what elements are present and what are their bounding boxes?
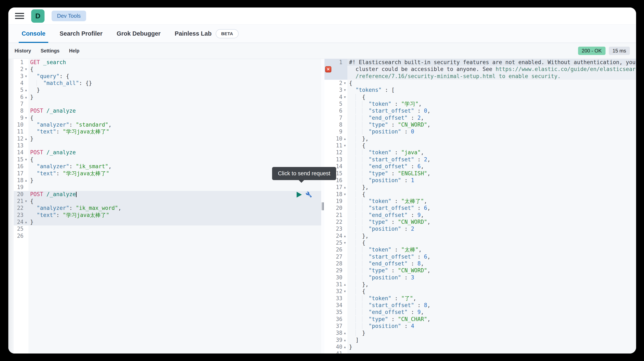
code-text[interactable]: { [28,115,321,121]
tab-grok-debugger[interactable]: Grok Debugger [114,25,164,43]
code-text[interactable]: GET _search [28,59,321,66]
fold-close-icon[interactable]: ▴ [24,219,28,225]
code-text[interactable]: } [28,135,321,142]
code-line[interactable]: 33 "token" : "了", [324,295,636,302]
code-text[interactable]: }, [348,135,636,142]
code-line[interactable]: ✕ cluster could be accessible to anyone.… [324,66,636,73]
code-line[interactable]: 19 [14,184,321,191]
code-text[interactable]: "end_offset" : 9, [348,309,636,316]
fold-close-icon[interactable]: ▴ [24,177,28,184]
code-text[interactable]: cluster could be accessible to anyone. S… [348,66,636,73]
code-text[interactable]: { [348,239,636,246]
code-text[interactable] [28,184,321,191]
fold-open-icon[interactable]: ▾ [342,142,348,149]
fold-close-icon[interactable]: ▴ [24,94,28,101]
fold-open-icon[interactable]: ▾ [24,198,28,205]
code-text[interactable]: POST /_analyze [28,191,321,198]
code-line[interactable]: 12▴} [14,135,321,142]
code-line[interactable]: 27 "start_offset" : 6, [324,253,636,260]
fold-open-icon[interactable]: ▾ [342,239,348,246]
code-text[interactable]: "query": { [28,73,321,80]
code-line[interactable]: 13 "start_offset" : 2, [324,156,636,163]
code-text[interactable]: #! Elasticsearch built-in security featu… [348,59,636,66]
code-text[interactable]: { [348,288,636,295]
code-line[interactable]: 25▾ { [324,239,636,246]
code-line[interactable]: 37 "position" : 4 [324,323,636,329]
code-text[interactable]: "position" : 3 [348,274,636,281]
code-text[interactable]: "type" : "CN_WORD", [348,219,636,225]
fold-close-icon[interactable]: ▴ [342,281,348,288]
fold-open-icon[interactable]: ▾ [342,288,348,295]
code-text[interactable]: "start_offset" : 0, [348,107,636,114]
code-text[interactable]: "position" : 2 [348,225,636,232]
code-text[interactable]: "token" : "太棒", [348,246,636,253]
code-line[interactable]: 22 "analyzer": "ik_max_word", [14,205,321,211]
code-line[interactable]: 30 "position" : 3 [324,274,636,281]
code-line[interactable]: 24▴ }, [324,233,636,239]
code-line[interactable]: 15▾{ [14,156,321,163]
code-line[interactable]: 31▴ }, [324,281,636,288]
code-line[interactable]: 16 "position" : 1 [324,177,636,184]
code-text[interactable]: "start_offset" : 6, [348,253,636,260]
code-text[interactable]: { [348,191,636,198]
code-line[interactable]: 2▾{ [324,80,636,87]
code-line[interactable]: 17▴ }, [324,184,636,191]
request-code[interactable]: 1GET _search2▾{3▾ "query": {4 "match_all… [14,59,321,239]
code-line[interactable]: 8 "type" : "CN_WORD", [324,121,636,128]
code-line[interactable]: 34 "start_offset" : 8, [324,302,636,309]
code-line[interactable]: 21▾{ [14,198,321,205]
code-text[interactable]: "position" : 0 [348,128,636,135]
code-text[interactable] [28,225,321,232]
code-text[interactable] [348,350,636,353]
code-line[interactable]: 29 "type" : "CN_WORD", [324,267,636,274]
code-line[interactable]: /reference/7.16/security-minimal-setup.h… [324,73,636,80]
code-line[interactable]: 8POST /_analyze [14,107,321,114]
fold-close-icon[interactable]: ▴ [342,233,348,239]
code-line[interactable]: 15 "type" : "ENGLISH", [324,170,636,177]
code-text[interactable]: "position" : 1 [348,177,636,184]
code-line[interactable]: 3▾ "tokens" : [ [324,87,636,94]
code-text[interactable]: "start_offset" : 6, [348,205,636,211]
code-text[interactable]: "tokens" : [ [348,87,636,94]
code-text[interactable]: "end_offset" : 8, [348,260,636,267]
fold-close-icon[interactable]: ▴ [342,337,348,343]
code-line[interactable]: 5 "token" : "学习", [324,101,636,107]
response-viewer[interactable]: 1#! Elasticsearch built-in security feat… [324,59,636,353]
code-line[interactable]: 13 [14,142,321,149]
code-line[interactable]: 41 [324,350,636,353]
code-text[interactable]: "start_offset" : 2, [348,156,636,163]
code-text[interactable]: "token" : "java", [348,149,636,156]
code-line[interactable]: 23 "text": "学习java太棒了" [14,212,321,219]
code-line[interactable]: 38▴ } [324,329,636,336]
fold-open-icon[interactable]: ▾ [24,156,28,163]
code-line[interactable]: 12 "token" : "java", [324,149,636,156]
code-line[interactable]: 32▾ { [324,288,636,295]
code-line[interactable]: 26 [14,233,321,239]
code-line[interactable]: 24▴} [14,219,321,225]
fold-close-icon[interactable]: ▴ [342,329,348,336]
code-line[interactable]: 35 "end_offset" : 9, [324,309,636,316]
code-line[interactable]: 20 "start_offset" : 6, [324,205,636,211]
code-line[interactable]: 22 "type" : "CN_WORD", [324,219,636,225]
fold-open-icon[interactable]: ▾ [24,66,28,73]
code-text[interactable]: { [28,66,321,73]
code-text[interactable]: "start_offset" : 8, [348,302,636,309]
fold-close-icon[interactable]: ▴ [24,87,28,94]
code-text[interactable] [28,233,321,239]
code-line[interactable]: 25 [14,225,321,232]
code-line[interactable]: 14POST /_analyze [14,149,321,156]
code-text[interactable]: { [28,156,321,163]
code-line[interactable]: 23 "position" : 2 [324,225,636,232]
code-line[interactable]: 9 "position" : 0 [324,128,636,135]
code-line[interactable]: 4▾ { [324,94,636,101]
code-line[interactable]: 28 "end_offset" : 8, [324,260,636,267]
code-text[interactable]: } [28,87,321,94]
fold-open-icon[interactable]: ▾ [342,87,348,94]
code-text[interactable]: } [348,329,636,336]
code-text[interactable]: "type" : "CN_CHAR", [348,316,636,323]
code-line[interactable]: 4 "match_all": {} [14,80,321,87]
code-text[interactable]: { [348,142,636,149]
code-text[interactable]: }, [348,233,636,239]
code-line[interactable]: 14 "end_offset" : 6, [324,163,636,170]
code-line[interactable]: 18▾ { [324,191,636,198]
